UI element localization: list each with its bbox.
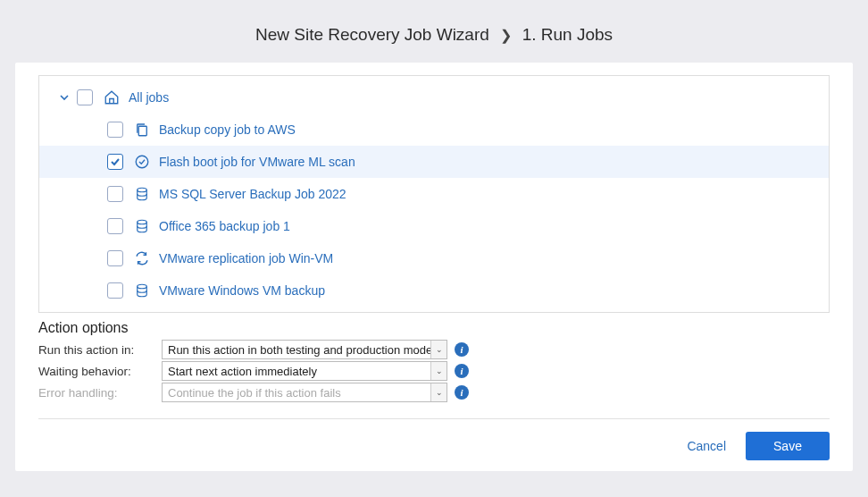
chevron-down-icon[interactable] [55, 92, 73, 103]
waiting-behavior-select[interactable]: Start next action immediately ⌄ [162, 361, 447, 381]
run-action-label: Run this action in: [38, 343, 162, 357]
error-handling-label: Error handling: [38, 386, 162, 400]
run-action-row: Run this action in: Run this action in b… [38, 340, 853, 359]
job-checkbox[interactable] [107, 218, 123, 234]
error-handling-value: Continue the job if this action fails [168, 386, 341, 400]
svg-rect-0 [138, 126, 146, 136]
breadcrumb-separator: ❯ [500, 28, 512, 43]
wizard-header: New Site Recovery Job Wizard ❯ 1. Run Jo… [0, 0, 868, 63]
dropdown-arrow-icon[interactable]: ⌄ [430, 362, 447, 380]
tree-root-row[interactable]: All jobs [39, 81, 829, 114]
save-button[interactable]: Save [746, 432, 830, 460]
job-checkbox[interactable] [107, 186, 123, 202]
tree-job-row[interactable]: Backup copy job to AWS [39, 114, 829, 146]
job-label: MS SQL Server Backup Job 2022 [159, 187, 346, 201]
svg-point-4 [138, 284, 147, 289]
main-panel: All jobs Backup copy job to AWSFlash boo… [15, 63, 853, 471]
footer: Cancel Save [15, 419, 853, 460]
job-label: VMware replication job Win-VM [159, 251, 333, 265]
tree-job-row[interactable]: VMware Windows VM backup [39, 274, 829, 307]
tree-job-row[interactable]: VMware replication job Win-VM [39, 242, 829, 274]
home-icon [102, 88, 121, 107]
error-handling-row: Error handling: Continue the job if this… [38, 383, 853, 402]
job-label: Office 365 backup job 1 [159, 219, 290, 233]
dropdown-arrow-icon: ⌄ [430, 383, 447, 401]
action-options-title: Action options [38, 320, 853, 336]
error-handling-select: Continue the job if this action fails ⌄ [162, 383, 447, 402]
root-label: All jobs [129, 90, 169, 105]
replicate-icon [132, 248, 152, 268]
run-action-value: Run this action in both testing and prod… [168, 343, 432, 357]
dropdown-arrow-icon[interactable]: ⌄ [430, 341, 447, 358]
db-icon [132, 281, 152, 300]
job-checkbox[interactable] [107, 250, 123, 266]
tree-job-row[interactable]: Flash boot job for VMware ML scan [39, 146, 829, 178]
db-icon [132, 184, 152, 204]
copy-icon [132, 120, 152, 139]
job-checkbox[interactable] [107, 154, 123, 170]
run-action-select[interactable]: Run this action in both testing and prod… [162, 340, 447, 359]
info-icon[interactable]: i [455, 342, 469, 357]
job-label: Flash boot job for VMware ML scan [159, 155, 355, 169]
tree-job-row[interactable]: MS SQL Server Backup Job 2022 [39, 178, 829, 210]
job-label: VMware Windows VM backup [159, 283, 325, 298]
flash-icon [132, 152, 152, 172]
waiting-behavior-row: Waiting behavior: Start next action imme… [38, 361, 853, 381]
waiting-behavior-label: Waiting behavior: [38, 365, 162, 378]
jobs-tree: All jobs Backup copy job to AWSFlash boo… [38, 75, 830, 313]
root-checkbox[interactable] [77, 89, 93, 105]
cancel-button[interactable]: Cancel [687, 439, 726, 453]
wizard-title: New Site Recovery Job Wizard [255, 25, 489, 44]
wizard-step: 1. Run Jobs [522, 25, 613, 44]
waiting-behavior-value: Start next action immediately [168, 365, 317, 378]
svg-point-1 [136, 156, 148, 168]
svg-point-2 [138, 188, 147, 192]
tree-job-row[interactable]: Office 365 backup job 1 [39, 210, 829, 242]
info-icon[interactable]: i [455, 385, 469, 400]
job-label: Backup copy job to AWS [159, 122, 296, 137]
db-icon [132, 216, 152, 236]
info-icon[interactable]: i [455, 364, 469, 378]
job-checkbox[interactable] [107, 282, 123, 299]
job-checkbox[interactable] [107, 122, 123, 138]
svg-point-3 [138, 220, 147, 224]
